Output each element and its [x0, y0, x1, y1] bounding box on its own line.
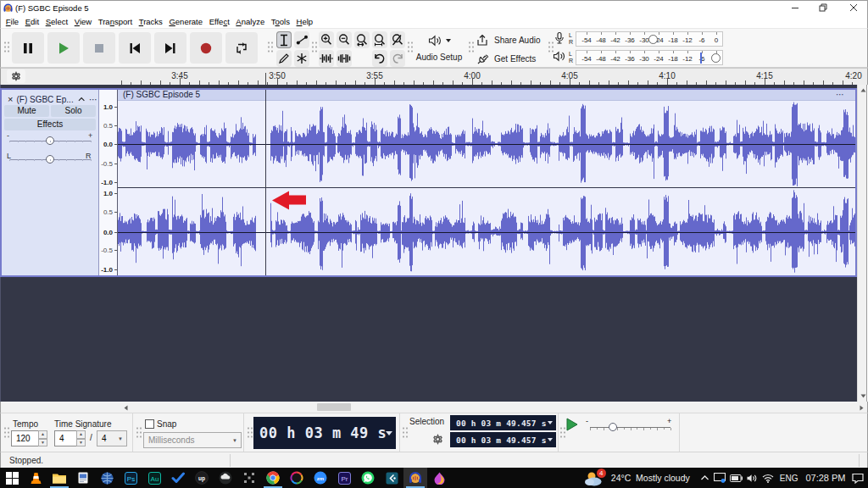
taskbar-dots-button[interactable]: [237, 468, 261, 488]
silence-audio-button[interactable]: [337, 50, 352, 67]
menu-generate[interactable]: Generate: [166, 17, 206, 26]
edit-toolbar-grip[interactable]: [311, 41, 317, 54]
close-button[interactable]: [841, 1, 866, 14]
track-menu-button[interactable]: ⋯: [89, 95, 98, 104]
share-toolbar-grip[interactable]: [468, 41, 474, 54]
taskbar-kite-button[interactable]: [380, 468, 403, 488]
play-speed-thumb[interactable]: [609, 423, 617, 431]
snap-toolbar-grip[interactable]: [136, 426, 142, 440]
menu-tracks[interactable]: Tracks: [136, 17, 166, 26]
mute-button[interactable]: Mute: [4, 105, 49, 117]
menu-edit[interactable]: Edit: [22, 17, 42, 26]
menu-view[interactable]: View: [71, 17, 95, 26]
selection-end-field[interactable]: 00 h 03 m 49.457 s: [450, 432, 556, 447]
playback-meter[interactable]: -54-48-42-36-30-24-18-12-60: [576, 50, 723, 65]
horizontal-scrollbar[interactable]: [0, 402, 868, 413]
time-display-caret[interactable]: [386, 431, 392, 435]
share-audio-button[interactable]: Share Audio: [476, 32, 544, 48]
ts-lower-combo[interactable]: 4▼: [97, 430, 127, 446]
play-at-speed-button[interactable]: [565, 417, 580, 432]
tray-cast-screen-icon[interactable]: [714, 473, 726, 483]
playback-volume-thumb[interactable]: [711, 53, 721, 63]
taskbar-vlc-button[interactable]: [24, 468, 47, 488]
loop-button[interactable]: [225, 32, 258, 64]
redo-button[interactable]: [390, 50, 405, 67]
record-volume-thumb[interactable]: [648, 35, 658, 44]
tray-wifi-icon[interactable]: [762, 474, 774, 483]
timeline-options-button[interactable]: [7, 69, 25, 83]
selection-start-caret[interactable]: [548, 421, 553, 424]
tray-speaker-icon[interactable]: [747, 474, 758, 483]
track-name[interactable]: (F) SGBC Ep...: [16, 95, 73, 104]
time-display[interactable]: 00 h 03 m 49 s: [253, 417, 396, 449]
taskbar-premiere-button[interactable]: Pr: [332, 468, 356, 488]
minimize-button[interactable]: [782, 1, 808, 14]
restore-button[interactable]: [810, 1, 836, 14]
timesig-toolbar-grip[interactable]: [3, 426, 9, 440]
menu-effect[interactable]: Effect: [206, 17, 233, 26]
solo-button[interactable]: Solo: [51, 105, 96, 117]
taskbar-zoom-button[interactable]: zm: [309, 468, 332, 488]
taskbar-audition-button[interactable]: Au: [142, 468, 166, 488]
menu-tools[interactable]: Tools: [268, 17, 293, 26]
taskbar-camera-button[interactable]: [214, 468, 237, 488]
stop-button[interactable]: [83, 32, 115, 64]
record-meter[interactable]: -54-48-42-36-30-24-18-12-60: [576, 31, 723, 47]
record-button[interactable]: [190, 32, 222, 64]
horizontal-scroll-thumb[interactable]: [317, 403, 351, 411]
taskbar-shutter-button[interactable]: [285, 468, 309, 488]
vertical-scrollbar[interactable]: [857, 85, 867, 402]
timeline-ruler[interactable]: 3:453:503:554:004:054:104:154:20: [0, 68, 868, 85]
scroll-down-arrow[interactable]: [860, 394, 866, 398]
tools-toolbar-grip[interactable]: [267, 41, 273, 54]
menu-help[interactable]: Help: [293, 17, 316, 26]
track-collapse-icon[interactable]: [78, 97, 85, 102]
selection-toolbar-grip[interactable]: [402, 426, 408, 440]
menu-select[interactable]: Select: [42, 17, 71, 26]
scroll-right-arrow[interactable]: [860, 405, 864, 411]
pause-button[interactable]: [12, 32, 44, 64]
taskbar-check-button[interactable]: [166, 468, 190, 488]
audiosetup-toolbar-grip[interactable]: [407, 41, 413, 54]
taskbar-audacity-button[interactable]: [403, 468, 427, 488]
tempo-input[interactable]: 120: [11, 430, 39, 446]
taskbar-sphere-button[interactable]: [95, 468, 119, 488]
taskbar-chrome-button[interactable]: [261, 468, 285, 488]
time-toolbar-grip[interactable]: [247, 426, 253, 440]
taskbar-whatsapp-button[interactable]: [356, 468, 380, 488]
get-effects-button[interactable]: Get Effects: [476, 51, 544, 67]
play-button[interactable]: [47, 32, 80, 64]
tray-language[interactable]: ENG: [780, 474, 798, 483]
taskbar-explorer-button[interactable]: [47, 468, 71, 488]
undo-button[interactable]: [372, 50, 387, 67]
ts-upper-spinner[interactable]: ▲▼: [76, 430, 86, 446]
selection-start-field[interactable]: 00 h 03 m 49.457 s: [450, 415, 556, 430]
selection-tool-button[interactable]: [276, 31, 292, 48]
skip-to-start-button[interactable]: [119, 32, 151, 64]
scroll-left-arrow[interactable]: [124, 405, 128, 411]
snap-checkbox[interactable]: [145, 419, 154, 429]
snap-mode-combo[interactable]: Milliseconds▼: [143, 432, 242, 448]
multi-tool-button[interactable]: [294, 50, 309, 67]
taskbar-document-button[interactable]: [71, 468, 95, 488]
taskbar-droplet-button[interactable]: [427, 468, 451, 488]
clip-menu-button[interactable]: ⋯: [836, 90, 845, 100]
transport-toolbar-grip[interactable]: [3, 41, 9, 54]
tray-clock[interactable]: 07:28 PM: [805, 473, 845, 483]
menu-file[interactable]: File: [3, 17, 22, 26]
track-close-button[interactable]: ×: [8, 94, 13, 104]
tray-battery-icon[interactable]: [730, 474, 743, 482]
skip-to-end-button[interactable]: [154, 32, 186, 64]
zoom-out-button[interactable]: [337, 31, 352, 48]
menu-analyze[interactable]: Analyze: [233, 17, 268, 26]
selection-end-caret[interactable]: [548, 438, 553, 441]
taskbar-photoshop-button[interactable]: Ps: [119, 468, 142, 488]
audio-setup-button[interactable]: Audio Setup: [415, 31, 464, 65]
tray-notification-icon[interactable]: [852, 473, 864, 484]
selection-options-button[interactable]: [428, 430, 447, 447]
tray-chevron-up-icon[interactable]: [700, 474, 709, 481]
clip-header[interactable]: (F) SGBC Episode 5 ⋯: [118, 90, 857, 101]
zoom-selection-button[interactable]: [354, 31, 370, 48]
trim-outside-button[interactable]: [319, 50, 334, 67]
envelope-tool-button[interactable]: [294, 31, 309, 48]
